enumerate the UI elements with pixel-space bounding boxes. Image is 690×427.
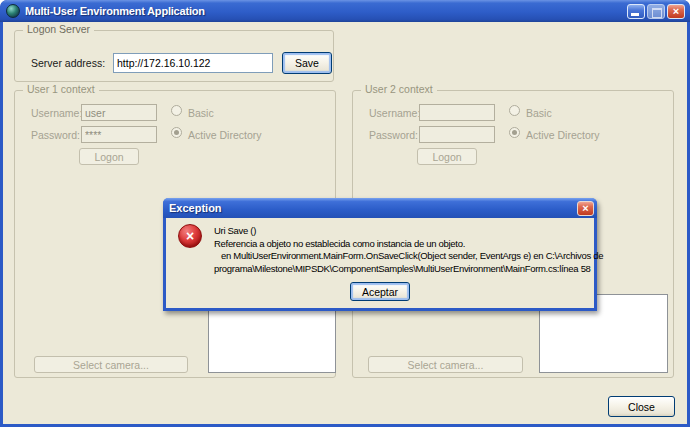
exception-message: Uri Save () Referencia a objeto no estab…	[214, 225, 603, 275]
exception-message-line: Uri Save ()	[214, 225, 603, 238]
error-icon: ×	[178, 224, 202, 248]
main-window: Multi-User Environment Application × Log…	[0, 0, 690, 427]
user1-basic-radio	[171, 105, 182, 116]
server-address-input[interactable]	[113, 53, 273, 73]
save-button[interactable]: Save	[282, 52, 332, 74]
title-bar[interactable]: Multi-User Environment Application ×	[0, 0, 690, 22]
user2-password-label: Password:	[369, 129, 418, 141]
logon-server-group-label: Logon Server	[23, 23, 94, 35]
user2-password-input	[419, 126, 495, 143]
window-controls: ×	[627, 4, 685, 19]
aceptar-button[interactable]: Aceptar	[350, 282, 410, 301]
user1-basic-radio-label: Basic	[188, 107, 214, 119]
server-address-label: Server address:	[31, 57, 105, 69]
exception-message-line: Referencia a objeto no establecida como …	[214, 238, 603, 251]
logon-server-group: Logon Server Server address: Save	[14, 30, 334, 82]
close-button[interactable]: Close	[608, 396, 675, 417]
window-title: Multi-User Environment Application	[25, 5, 205, 17]
user2-basic-radio	[509, 105, 520, 116]
user1-username-label: Username:	[31, 107, 82, 119]
user2-active-directory-radio-label: Active Directory	[526, 129, 600, 141]
user2-username-input	[419, 104, 495, 121]
user1-password-label: Password:	[31, 129, 80, 141]
user2-group-label: User 2 context	[361, 83, 437, 95]
user1-username-input	[81, 104, 157, 121]
exception-dialog-content: × Uri Save () Referencia a objeto no est…	[166, 218, 594, 308]
user1-password-input	[81, 126, 157, 143]
exception-dialog-title-bar[interactable]: Exception ×	[163, 198, 597, 218]
user1-active-directory-radio	[171, 127, 182, 138]
exception-dialog: Exception × × Uri Save () Referencia a o…	[163, 198, 597, 311]
user2-select-camera-button: Select camera...	[368, 356, 523, 373]
minimize-button[interactable]	[627, 4, 645, 19]
user2-active-directory-radio	[509, 127, 520, 138]
user1-group-label: User 1 context	[23, 83, 99, 95]
close-window-button[interactable]: ×	[667, 4, 685, 19]
exception-dialog-close-button[interactable]: ×	[577, 201, 594, 216]
user1-select-camera-button: Select camera...	[34, 356, 188, 373]
user2-logon-button: Logon	[417, 148, 477, 165]
exception-message-line: en MultiUserEnvironment.MainForm.OnSaveC…	[214, 250, 603, 263]
user1-active-directory-radio-label: Active Directory	[188, 129, 262, 141]
exception-message-line: programa\Milestone\MIPSDK\ComponentSampl…	[214, 263, 603, 276]
exception-dialog-title: Exception	[169, 202, 222, 214]
app-icon	[6, 4, 20, 18]
user1-logon-button: Logon	[79, 148, 139, 165]
maximize-button	[647, 4, 665, 19]
user2-basic-radio-label: Basic	[526, 107, 552, 119]
user2-username-label: Username:	[369, 107, 420, 119]
client-area: Logon Server Server address: Save User 1…	[3, 22, 687, 424]
